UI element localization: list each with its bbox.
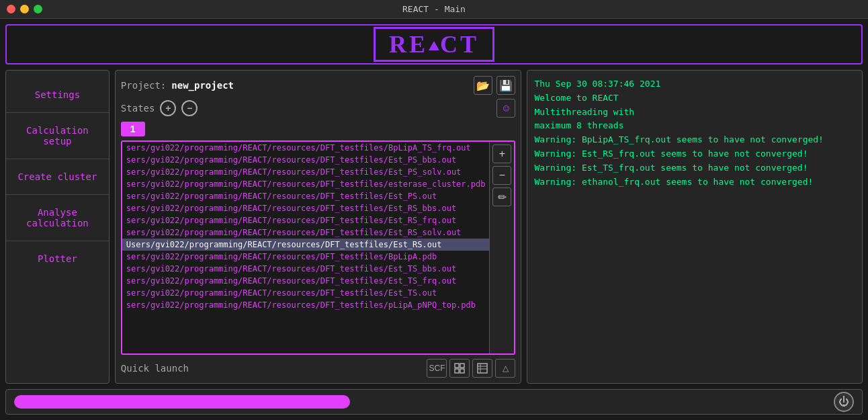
launch-icons: SCF △ xyxy=(427,359,515,378)
svg-rect-2 xyxy=(455,369,459,373)
minimize-button[interactable] xyxy=(20,5,29,13)
file-list-buttons: + − ✏ xyxy=(489,142,514,353)
zoom-out-button[interactable]: − xyxy=(492,166,511,185)
face-icon[interactable]: ☺ xyxy=(496,99,515,118)
sidebar-item-plotter[interactable]: Plotter xyxy=(6,241,109,276)
quick-launch-row: Quick launch SCF △ xyxy=(121,359,516,378)
react-logo: RECT xyxy=(374,27,494,62)
sidebar-item-calculation-setup[interactable]: Calculation setup xyxy=(6,113,109,159)
states-label: States xyxy=(121,103,155,114)
file-item[interactable]: sers/gvi022/programming/REACT/resources/… xyxy=(122,214,490,226)
sidebar: Settings Calculation setup Create cluste… xyxy=(5,70,110,384)
file-item[interactable]: sers/gvi022/programming/REACT/resources/… xyxy=(122,190,490,202)
maximize-button[interactable] xyxy=(34,5,42,13)
project-label: Project: xyxy=(121,80,166,91)
file-item[interactable]: sers/gvi022/programming/REACT/resources/… xyxy=(122,251,490,263)
launch-scf-button[interactable]: SCF xyxy=(427,359,447,378)
file-item[interactable]: sers/gvi022/programming/REACT/resources/… xyxy=(122,226,490,239)
file-list-container: sers/gvi022/programming/REACT/resources/… xyxy=(121,140,516,355)
file-item[interactable]: sers/gvi022/programming/REACT/resources/… xyxy=(122,142,490,154)
main-container: RECT Settings Calculation setup Create c… xyxy=(0,19,868,420)
progress-bar xyxy=(14,395,350,409)
file-item[interactable]: sers/gvi022/programming/REACT/resources/… xyxy=(122,275,490,287)
titlebar: REACT - Main xyxy=(0,0,868,19)
save-button[interactable]: 💾 xyxy=(496,76,515,95)
launch-grid-button[interactable] xyxy=(449,359,470,378)
svg-rect-1 xyxy=(460,364,464,368)
launch-table-button[interactable] xyxy=(472,359,492,378)
logo-triangle xyxy=(429,41,439,50)
content-area: Settings Calculation setup Create cluste… xyxy=(5,70,863,384)
file-item[interactable]: sers/gvi022/programming/REACT/resources/… xyxy=(122,202,490,214)
power-button[interactable]: ⏻ xyxy=(834,392,854,412)
remove-state-button[interactable]: − xyxy=(181,100,198,116)
middle-panel: Project: new_project 📂 💾 States + − ☺ 1 xyxy=(115,70,522,384)
file-list[interactable]: sers/gvi022/programming/REACT/resources/… xyxy=(122,142,490,353)
project-icons: 📂 💾 xyxy=(474,76,515,95)
file-item[interactable]: sers/gvi022/programming/REACT/resources/… xyxy=(122,166,490,178)
open-folder-button[interactable]: 📂 xyxy=(474,76,492,95)
states-icons: ☺ xyxy=(496,99,515,118)
right-panel: Thu Sep 30 08:37:46 2021Welcome to REACT… xyxy=(527,70,863,384)
quick-launch-label: Quick launch xyxy=(121,363,189,374)
svg-rect-3 xyxy=(460,369,464,373)
traffic-lights xyxy=(7,5,42,13)
console-output: Thu Sep 30 08:37:46 2021Welcome to REACT… xyxy=(534,77,855,189)
sidebar-item-create-cluster[interactable]: Create cluster xyxy=(6,159,109,195)
svg-rect-0 xyxy=(455,364,459,368)
sidebar-item-settings[interactable]: Settings xyxy=(6,77,109,113)
file-item[interactable]: sers/gvi022/programming/REACT/resources/… xyxy=(122,299,490,311)
header: RECT xyxy=(5,24,863,65)
add-state-button[interactable]: + xyxy=(160,100,176,116)
edit-button[interactable]: ✏ xyxy=(492,187,511,206)
bottom-bar: ⏻ xyxy=(5,389,863,415)
file-item[interactable]: sers/gvi022/programming/REACT/resources/… xyxy=(122,154,490,166)
launch-graph-button[interactable]: △ xyxy=(495,359,515,378)
file-item[interactable]: sers/gvi022/programming/REACT/resources/… xyxy=(122,287,490,299)
svg-rect-4 xyxy=(478,364,487,373)
zoom-in-button[interactable]: + xyxy=(492,144,511,163)
state-tabs: 1 xyxy=(121,122,516,136)
project-name: new_project xyxy=(171,80,234,91)
file-item[interactable]: Users/gvi022/programming/REACT/resources… xyxy=(122,239,490,251)
file-item[interactable]: sers/gvi022/programming/REACT/resources/… xyxy=(122,178,490,190)
window-title: REACT - Main xyxy=(402,4,466,14)
state-tab-1[interactable]: 1 xyxy=(121,122,145,136)
sidebar-item-analyse-calculation[interactable]: Analyse calculation xyxy=(6,195,109,241)
states-row: States + − ☺ xyxy=(121,99,516,118)
close-button[interactable] xyxy=(7,5,15,13)
project-row: Project: new_project 📂 💾 xyxy=(121,76,516,95)
file-item[interactable]: sers/gvi022/programming/REACT/resources/… xyxy=(122,263,490,275)
